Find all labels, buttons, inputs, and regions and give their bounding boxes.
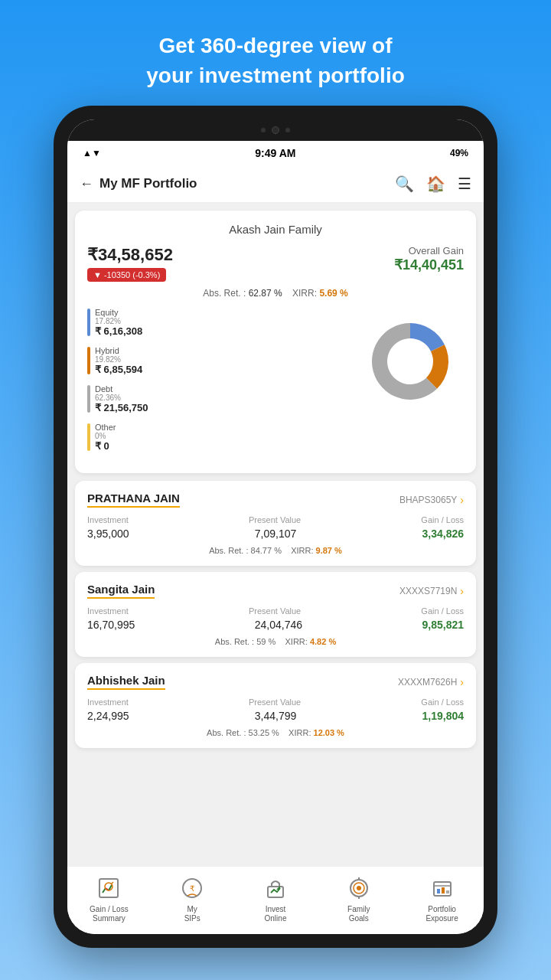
breakdown-amount: ₹ 21,56,750: [95, 402, 148, 413]
person-investment: 16,70,995: [87, 619, 135, 631]
gain-loss-header: Gain / Loss: [421, 697, 464, 707]
person-xirr: 12.03 %: [314, 728, 344, 737]
current-value: ₹34,58,652: [87, 245, 173, 265]
person-card: Abhishek Jain XXXXM7626H › Investment Pr…: [75, 663, 476, 748]
breakdown-pct: 0%: [95, 432, 116, 440]
breakdown-color-dot: [87, 423, 90, 451]
bottom-nav: Gain / LossSummary ₹ MySIPs: [67, 866, 484, 934]
person-table-header: Investment Present Value Gain / Loss: [87, 697, 464, 707]
svg-rect-19: [446, 890, 449, 893]
back-icon[interactable]: ←: [80, 176, 93, 192]
phone-frame: ▲▼ 9:49 AM 49% ← My MF Portfolio 🔍 🏠 ☰ A…: [54, 106, 497, 948]
person-id[interactable]: XXXXS7719N ›: [399, 585, 464, 597]
sips-icon: ₹: [178, 874, 206, 902]
gain-loss-icon: [95, 874, 122, 902]
menu-icon[interactable]: ☰: [458, 175, 471, 193]
abs-ret-value: 62.87 %: [249, 288, 282, 299]
notch-dot2: [285, 128, 290, 132]
person-abs-ret: 53.25 %: [249, 728, 279, 737]
notch-dot: [261, 128, 266, 132]
breakdown-info: Debt 62.36% ₹ 21,56,750: [95, 384, 148, 413]
notch-camera: [272, 126, 279, 134]
portfolio-main-row: ₹34,58,652 ▼ -10350 (-0.3%) Overall Gain…: [87, 245, 464, 282]
portfolio-breakdown: Equity 17.82% ₹ 6,16,308 Hybrid 19.82% ₹…: [87, 308, 464, 461]
person-gain-loss: 9,85,821: [422, 619, 465, 631]
nav-goals-label: FamilyGoals: [347, 905, 370, 923]
breakdown-amount: ₹ 6,16,308: [95, 325, 142, 337]
family-name: Akash Jain Family: [87, 223, 464, 236]
main-content: Akash Jain Family ₹34,58,652 ▼ -10350 (-…: [67, 203, 484, 866]
nav-my-sips[interactable]: ₹ MySIPs: [161, 874, 223, 923]
breakdown-item: Other 0% ₹ 0: [87, 423, 350, 452]
person-header: PRATHANA JAIN BHAPS3065Y ›: [87, 492, 464, 508]
nav-gain-loss[interactable]: Gain / LossSummary: [78, 874, 139, 923]
donut-svg: [357, 308, 464, 415]
page-title: My MF Portfolio: [99, 176, 197, 191]
person-id[interactable]: XXXXM7626H ›: [398, 676, 464, 688]
person-chevron-icon: ›: [460, 585, 464, 597]
status-bar: ▲▼ 9:49 AM 49%: [67, 141, 484, 165]
breakdown-pct: 62.36%: [95, 394, 148, 402]
person-pan: BHAPS3065Y: [399, 495, 457, 505]
person-pan: XXXXS7719N: [399, 586, 457, 596]
investment-header: Investment: [87, 697, 129, 707]
portfolio-returns: Abs. Ret. : 62.87 % XIRR: 5.69 %: [87, 288, 464, 299]
nav-gain-loss-label: Gain / LossSummary: [90, 905, 129, 923]
breakdown-color-dot: [87, 385, 90, 413]
breakdown-color-dot: [87, 347, 90, 374]
person-id[interactable]: BHAPS3065Y ›: [399, 494, 464, 506]
person-chevron-icon: ›: [460, 676, 464, 688]
person-present-value: 7,09,107: [255, 528, 297, 540]
header-icons: 🔍 🏠 ☰: [395, 175, 471, 193]
hero-line2: your investment portfolio: [146, 64, 405, 87]
home-icon[interactable]: 🏠: [426, 175, 445, 193]
app-header: ← My MF Portfolio 🔍 🏠 ☰: [67, 165, 484, 203]
person-present-value: 3,44,799: [255, 710, 297, 722]
breakdown-pct: 17.82%: [95, 317, 142, 325]
svg-rect-8: [268, 887, 283, 897]
breakdown-item: Debt 62.36% ₹ 21,56,750: [87, 384, 350, 413]
breakdown-color-dot: [87, 309, 90, 336]
person-returns: Abs. Ret. : 59 % XIRR: 4.82 %: [87, 637, 464, 646]
breakdown-pct: 19.82%: [95, 355, 142, 364]
header-left: ← My MF Portfolio: [80, 176, 197, 192]
svg-point-12: [357, 886, 361, 890]
investment-header: Investment: [87, 606, 129, 616]
nav-family-goals[interactable]: FamilyGoals: [328, 874, 390, 923]
svg-text:₹: ₹: [190, 884, 194, 893]
change-badge: ▼ -10350 (-0.3%): [87, 268, 166, 282]
breakdown-item: Hybrid 19.82% ₹ 6,85,594: [87, 346, 350, 375]
gain-loss-header: Gain / Loss: [421, 606, 464, 616]
nav-sips-label: MySIPs: [184, 905, 201, 923]
donut-center: [389, 340, 432, 383]
svg-rect-17: [437, 889, 440, 893]
nav-invest-online[interactable]: InvestOnline: [245, 874, 306, 923]
portfolio-summary-card: Akash Jain Family ₹34,58,652 ▼ -10350 (-…: [75, 211, 476, 473]
nav-portfolio-exposure[interactable]: PortfolioExposure: [412, 874, 473, 923]
person-returns: Abs. Ret. : 84.77 % XIRR: 9.87 %: [87, 546, 464, 555]
breakdown-label: Equity: [95, 308, 142, 317]
breakdown-label: Hybrid: [95, 346, 142, 355]
hero-line1: Get 360-degree view of: [158, 34, 392, 57]
person-gain-loss: 1,19,804: [422, 710, 465, 722]
portfolio-left: ₹34,58,652 ▼ -10350 (-0.3%): [87, 245, 173, 282]
donut-chart: [357, 308, 464, 415]
present-value-header: Present Value: [249, 697, 301, 707]
search-icon[interactable]: 🔍: [395, 175, 414, 193]
exposure-icon: [429, 874, 456, 902]
person-table-header: Investment Present Value Gain / Loss: [87, 606, 464, 616]
svg-rect-18: [442, 887, 445, 893]
nav-exposure-label: PortfolioExposure: [425, 905, 458, 923]
invest-icon: [262, 874, 289, 902]
gain-loss-header: Gain / Loss: [421, 515, 464, 524]
svg-rect-0: [99, 879, 118, 897]
breakdown-label: Other: [95, 423, 116, 432]
breakdown-label: Debt: [95, 384, 148, 394]
svg-line-5: [111, 882, 113, 884]
present-value-header: Present Value: [249, 606, 301, 616]
person-xirr: 4.82 %: [310, 637, 336, 646]
portfolio-right: Overall Gain ₹14,40,451: [394, 245, 464, 273]
battery-status: 49%: [450, 148, 468, 158]
person-investment: 3,95,000: [87, 528, 129, 540]
notch-bar: [67, 119, 484, 141]
